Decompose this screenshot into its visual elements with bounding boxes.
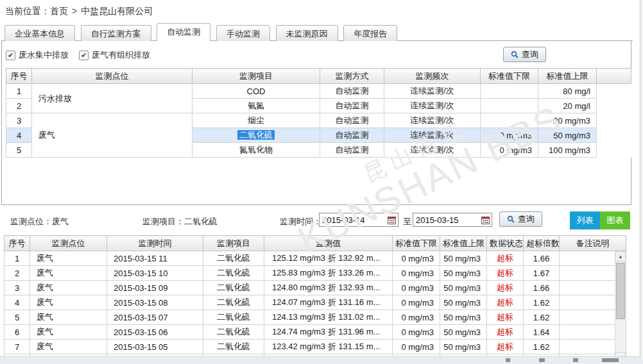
table-cell: 1: [6, 84, 32, 99]
tab-manual-monitor[interactable]: 手动监测: [216, 25, 270, 42]
table-row[interactable]: 3 废气 烟尘 自动监测 连续监测/次 20 mg/m3: [6, 113, 631, 128]
table-vertical-scrollbar[interactable]: ▲ ▼: [615, 251, 626, 358]
selected-item-text[interactable]: 二氧化硫: [237, 130, 275, 140]
query-button-detail[interactable]: 查询: [499, 211, 542, 227]
breadcrumb-company: 中盐昆山有限公司: [81, 6, 153, 16]
table-cell: 5: [6, 143, 32, 158]
checkbox-checked-icon[interactable]: [79, 51, 89, 60]
wastewater-checkbox-label: 废水集中排放: [19, 49, 69, 61]
table-cell: 7: [4, 340, 30, 354]
table-row[interactable]: 1废气2015-03-15 11二氧化硫125.12 mg/m3 折 132.9…: [4, 251, 626, 266]
column-header: 标准值下限: [481, 69, 538, 84]
table-cell: 3: [4, 281, 30, 295]
column-header: 标准值上限: [440, 236, 487, 251]
table-cell: 4: [4, 295, 30, 310]
tab-auto-monitor[interactable]: 自动监测: [157, 23, 210, 42]
table-cell: 124.07 mg/m3 折 131.16 m...: [264, 295, 393, 310]
table-cell: 2015-03-15 06: [107, 325, 203, 340]
table-cell: 50 mg/m3: [440, 310, 487, 325]
table-row[interactable]: 7废气2015-03-15 05二氧化硫123.42 mg/m3 折 131.1…: [4, 340, 626, 354]
table-cell: 0 mg/m3: [393, 266, 440, 281]
table-cell: 超标: [487, 340, 524, 354]
gas-checkbox[interactable]: 废气有组织排放: [79, 49, 150, 61]
table-cell: 0 mg/m3: [393, 325, 440, 340]
table-cell: 二氧化硫: [193, 128, 320, 143]
tab-bar: 企业基本信息 自行监测方案 自动监测 手动监测 未监测原因 年度报告: [1, 22, 633, 41]
query-button-label: 查询: [518, 213, 535, 225]
table-row[interactable]: 5废气2015-03-15 07二氧化硫124.13 mg/m3 折 131.0…: [4, 310, 626, 325]
monitoring-page: 当前位置：首页>中盐昆山有限公司 企业基本信息 自行监测方案 自动监测 手动监测…: [0, 0, 643, 364]
status-bar: [0, 356, 643, 364]
table-cell: 1.66: [524, 281, 560, 295]
column-header: 标准值上限: [538, 69, 597, 84]
table-cell: 污水排放: [32, 84, 193, 113]
column-header: 监测时间: [107, 236, 203, 251]
tab-company-info[interactable]: 企业基本信息: [4, 25, 75, 42]
table-cell: 4: [6, 128, 32, 143]
query-button-top[interactable]: 查询: [503, 47, 546, 62]
date-from-box: [319, 213, 399, 227]
table-cell: 氨氮: [193, 99, 320, 113]
checkbox-checked-icon[interactable]: [6, 51, 15, 60]
search-icon: [511, 51, 519, 58]
table-cell: 2015-03-15 10: [107, 266, 203, 281]
table-cell: 125.12 mg/m3 折 132.92 m...: [264, 251, 393, 266]
table-row[interactable]: 4废气2015-03-15 08二氧化硫124.07 mg/m3 折 131.1…: [4, 295, 626, 310]
table-cell: 0 mg/m3: [393, 295, 440, 310]
table-cell: 0 mg/m3: [481, 143, 538, 158]
table-cell: 2: [6, 99, 32, 113]
item-filter-value: 二氧化硫: [184, 217, 218, 226]
list-view-button[interactable]: 列表: [570, 211, 600, 229]
table-cell: 123.42 mg/m3 折 131.15 m...: [264, 340, 393, 354]
scroll-up-icon[interactable]: ▲: [615, 251, 626, 261]
table-cell: 50 mg/m3: [538, 128, 597, 143]
table-cell: 二氧化硫: [203, 281, 264, 295]
chart-view-button[interactable]: 图表: [600, 211, 630, 229]
table-cell: 连续监测/次: [384, 113, 481, 128]
filler-cell: [597, 84, 631, 99]
table-cell: 自动监测: [320, 99, 384, 113]
column-header: 备注说明: [560, 236, 626, 251]
date-to-input[interactable]: [413, 215, 476, 226]
filler-cell: [597, 113, 631, 128]
status-zoom-fragment: [602, 358, 619, 362]
table-row[interactable]: 1 污水排放 COD 自动监测 连续监测/次 80 mg/l: [6, 84, 631, 99]
table-cell: 二氧化硫: [203, 325, 264, 340]
column-header: 数据状态: [487, 236, 524, 251]
table-cell: 2015-03-15 07: [107, 310, 203, 325]
monitoring-data-table: 序号 监测点位 监测时间 监测项目 监测值 标准值下限 标准值上限 数据状态 超…: [4, 235, 626, 358]
table-cell: 超标: [487, 281, 524, 295]
table-cell: 0 mg/m3: [393, 310, 440, 325]
column-header: 标准值下限: [393, 236, 440, 251]
status-icon-fragment: [539, 358, 545, 362]
table-header-row: 序号 监测点位 监测项目 监测方式 监测频次 标准值下限 标准值上限: [6, 69, 631, 84]
calendar-icon[interactable]: [388, 216, 396, 224]
table-cell: 1.67: [524, 266, 560, 281]
table-cell: 5: [4, 310, 30, 325]
table-cell: 1.64: [524, 325, 560, 340]
tab-annual-report[interactable]: 年度报告: [343, 25, 397, 42]
tab-self-plan[interactable]: 自行监测方案: [81, 25, 151, 42]
scrollbar-thumb[interactable]: [616, 263, 625, 319]
table-cell: 2015-03-15 05: [107, 340, 203, 354]
page-scrollbar[interactable]: [640, 0, 643, 357]
table-cell: 20 mg/l: [538, 99, 597, 113]
table-cell: 超标: [487, 325, 524, 340]
calendar-icon[interactable]: [481, 216, 490, 224]
table-row[interactable]: 3废气2015-03-15 09二氧化硫124.80 mg/m3 折 132.9…: [4, 281, 626, 295]
column-header: 监测项目: [193, 69, 320, 84]
table-cell: 氮氧化物: [193, 143, 320, 158]
filler-cell: [597, 99, 631, 113]
time-filter-label: 监测时间：: [280, 216, 322, 228]
tab-no-monitor-reason[interactable]: 未监测原因: [276, 25, 338, 42]
table-cell: 自动监测: [320, 113, 384, 128]
table-row[interactable]: 2废气2015-03-15 10二氧化硫125.83 mg/m3 折 133.2…: [4, 266, 626, 281]
table-cell: [481, 84, 538, 99]
wastewater-checkbox[interactable]: 废水集中排放: [6, 49, 69, 61]
table-cell: 超标: [487, 310, 524, 325]
table-row[interactable]: 6废气2015-03-15 06二氧化硫124.74 mg/m3 折 131.9…: [4, 325, 626, 340]
breadcrumb-home-link[interactable]: 首页: [50, 6, 68, 16]
date-from-input[interactable]: [320, 215, 382, 226]
table-cell: 0 mg/m3: [393, 340, 440, 354]
table-cell: 废气: [30, 281, 107, 295]
